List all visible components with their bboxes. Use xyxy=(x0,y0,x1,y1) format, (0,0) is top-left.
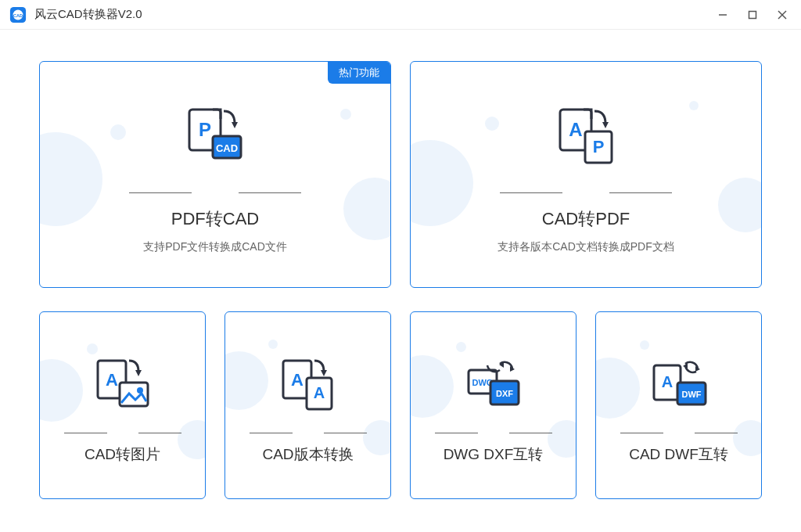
card-title: PDF转CAD xyxy=(171,207,259,231)
svg-text:DXF: DXF xyxy=(496,389,513,398)
pdf-to-cad-icon: P CAD xyxy=(180,95,250,182)
card-divider xyxy=(129,192,301,193)
card-title: DWG DXF互转 xyxy=(444,444,544,465)
cad-to-pdf-icon: A P xyxy=(551,95,621,182)
svg-text:A: A xyxy=(291,370,304,390)
titlebar: CAD 风云CAD转换器V2.0 xyxy=(0,0,801,30)
svg-marker-14 xyxy=(602,122,609,128)
cad-version-icon: A A xyxy=(277,347,339,425)
svg-marker-19 xyxy=(135,370,142,376)
cad-to-image-icon: A xyxy=(92,347,154,425)
card-title: CAD DWF互转 xyxy=(629,444,728,465)
card-divider xyxy=(250,433,367,433)
card-dwg-dxf[interactable]: DWG DXF DWG DXF互转 xyxy=(410,311,577,499)
card-subtitle: 支持各版本CAD文档转换成PDF文档 xyxy=(497,240,674,254)
svg-rect-20 xyxy=(120,383,148,406)
svg-text:A: A xyxy=(661,373,672,390)
bottom-card-row: A CAD转图片 A xyxy=(39,311,762,499)
card-divider xyxy=(64,433,181,433)
card-cad-to-pdf[interactable]: A P CAD转PDF 支持各版本CAD文档转换成PDF文档 xyxy=(410,61,762,288)
svg-text:DWF: DWF xyxy=(681,390,701,399)
svg-text:A: A xyxy=(569,119,582,140)
hot-badge: 热门功能 xyxy=(328,62,390,84)
card-divider xyxy=(435,433,552,433)
card-cad-version-convert[interactable]: A A CAD版本转换 xyxy=(224,311,391,499)
card-title: CAD转图片 xyxy=(84,444,160,465)
svg-text:CAD: CAD xyxy=(216,142,238,154)
dwg-dxf-icon: DWG DXF xyxy=(462,347,525,425)
card-pdf-to-cad[interactable]: 热门功能 P CAD PDF转CAD 支持PDF文件转换成CAD文件 xyxy=(39,61,391,288)
svg-rect-4 xyxy=(749,11,756,18)
maximize-button[interactable] xyxy=(743,5,762,24)
cad-dwf-icon: A DWF xyxy=(648,347,710,425)
svg-text:P: P xyxy=(593,137,605,156)
minimize-button[interactable] xyxy=(713,5,732,24)
close-button[interactable] xyxy=(773,5,792,24)
svg-text:A: A xyxy=(106,370,118,390)
card-subtitle: 支持PDF文件转换成CAD文件 xyxy=(143,240,287,254)
svg-text:CAD: CAD xyxy=(13,13,23,17)
card-title: CAD转PDF xyxy=(542,207,630,231)
card-title: CAD版本转换 xyxy=(262,444,353,465)
svg-marker-24 xyxy=(321,370,327,376)
app-title: 风云CAD转换器V2.0 xyxy=(34,7,702,22)
card-cad-to-image[interactable]: A CAD转图片 xyxy=(39,311,206,499)
card-divider xyxy=(620,433,738,433)
card-cad-dwf[interactable]: A DWF CAD DWF互转 xyxy=(595,311,762,499)
svg-marker-9 xyxy=(232,122,238,128)
main-content: 热门功能 P CAD PDF转CAD 支持PDF文件转换成CAD文件 xyxy=(0,30,801,523)
app-logo-icon: CAD xyxy=(9,6,27,23)
top-card-row: 热门功能 P CAD PDF转CAD 支持PDF文件转换成CAD文件 xyxy=(39,61,762,288)
svg-text:P: P xyxy=(199,119,211,140)
card-divider xyxy=(500,192,672,193)
svg-text:A: A xyxy=(313,384,324,401)
